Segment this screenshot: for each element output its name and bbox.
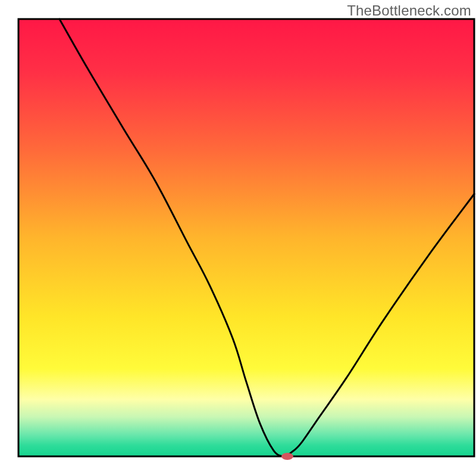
- watermark-text: TheBottleneck.com: [347, 2, 471, 19]
- chart-container: TheBottleneck.com: [0, 0, 476, 476]
- minimum-marker: [281, 453, 293, 460]
- plot-background: [18, 19, 474, 456]
- bottleneck-chart: [0, 0, 476, 476]
